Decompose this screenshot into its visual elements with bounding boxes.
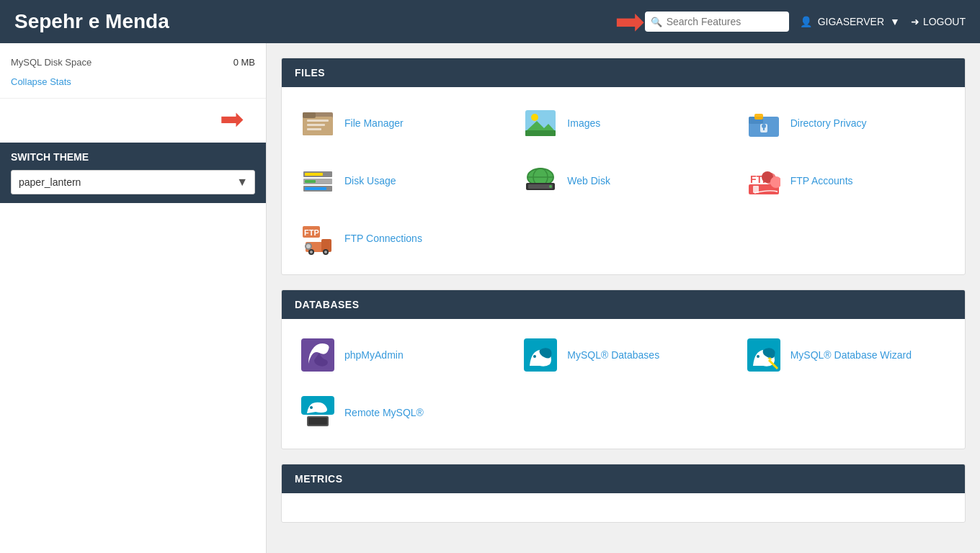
mysql-disk-value: 0 MB [233, 57, 255, 68]
images-item[interactable]: Images [515, 98, 731, 148]
directory-privacy-icon [746, 105, 782, 141]
disk-usage-label: Disk Usage [344, 175, 396, 186]
page-wrapper: MySQL Disk Space 0 MB Collapse Stats ➡ S… [0, 43, 980, 553]
svg-rect-14 [763, 127, 765, 130]
svg-rect-3 [307, 120, 329, 122]
svg-rect-20 [305, 180, 316, 183]
web-disk-label: Web Disk [567, 175, 610, 186]
svg-text:FTP: FTP [304, 228, 319, 237]
databases-header: DATABASES [282, 290, 965, 319]
sidebar: MySQL Disk Space 0 MB Collapse Stats ➡ S… [0, 43, 267, 553]
ftp-accounts-label: FTP Accounts [790, 175, 853, 186]
switch-theme-label: SWITCH THEME [11, 151, 255, 163]
databases-items: phpMyAdmin MySQL® Databases [282, 319, 965, 449]
svg-point-40 [310, 251, 313, 253]
username-label: GIGASERVER [818, 16, 884, 27]
sidebar-arrow-annotation: ➡ [0, 99, 266, 135]
search-icon: 🔍 [651, 17, 662, 27]
databases-section: DATABASES phpMyAdmin [281, 289, 966, 449]
phpmyadmin-icon [300, 337, 336, 373]
files-items: File Manager Images [282, 87, 965, 274]
logout-label: LOGOUT [923, 16, 966, 27]
file-manager-label: File Manager [344, 117, 404, 129]
collapse-stats-link[interactable]: Collapse Stats [11, 76, 255, 87]
theme-select-wrapper: paper_lantern x3 paper_lantern_dark ▼ [11, 170, 255, 194]
images-icon [522, 105, 558, 141]
files-section: FILES File Manager [281, 58, 966, 275]
directory-privacy-item[interactable]: Directory Privacy [739, 98, 954, 148]
sidebar-annotation-arrow: ➡ [220, 102, 244, 135]
mysql-wizard-item[interactable]: MySQL® Database Wizard [739, 330, 954, 380]
mysql-disk-row: MySQL Disk Space 0 MB [11, 54, 255, 71]
site-title: Sepehr e Menda [14, 10, 615, 33]
phpmyadmin-item[interactable]: phpMyAdmin [293, 330, 508, 380]
user-menu[interactable]: 👤 GIGASERVER ▼ [800, 16, 900, 27]
main-content: FILES File Manager [267, 43, 980, 553]
ftp-connections-label: FTP Connections [344, 233, 422, 244]
svg-point-55 [310, 406, 313, 409]
web-disk-item[interactable]: Web Disk [515, 156, 731, 206]
ftp-connections-icon: FTP [300, 220, 336, 256]
svg-rect-53 [308, 418, 327, 425]
svg-point-49 [757, 355, 760, 358]
header: Sepehr e Menda ➡ 🔍 👤 GIGASERVER ▼ ➜ LOGO… [0, 0, 980, 43]
switch-theme-box: SWITCH THEME paper_lantern x3 paper_lant… [0, 143, 266, 203]
svg-rect-5 [307, 128, 321, 130]
svg-rect-4 [307, 124, 325, 126]
svg-rect-21 [305, 187, 326, 190]
stats-box: MySQL Disk Space 0 MB Collapse Stats [0, 43, 266, 99]
logout-button[interactable]: ➜ LOGOUT [911, 16, 966, 27]
metrics-content [282, 493, 965, 522]
svg-rect-15 [754, 114, 763, 120]
svg-point-44 [306, 244, 311, 248]
theme-select[interactable]: paper_lantern x3 paper_lantern_dark [11, 170, 255, 194]
file-manager-icon [300, 105, 336, 141]
directory-privacy-label: Directory Privacy [790, 117, 867, 129]
metrics-section: METRICS [281, 464, 966, 523]
disk-usage-icon [300, 163, 336, 199]
user-dropdown-icon: ▼ [890, 16, 900, 27]
svg-rect-9 [525, 130, 556, 136]
phpmyadmin-label: phpMyAdmin [344, 349, 404, 361]
svg-rect-27 [528, 184, 553, 189]
svg-rect-2 [303, 112, 316, 118]
svg-point-28 [549, 185, 552, 188]
remote-mysql-item[interactable]: Remote MySQL® [293, 387, 508, 438]
files-header: FILES [282, 58, 965, 87]
remote-mysql-icon [300, 395, 336, 431]
svg-point-7 [531, 114, 538, 121]
mysql-databases-label: MySQL® Databases [567, 349, 659, 361]
logout-icon: ➜ [911, 16, 919, 27]
svg-rect-19 [305, 173, 323, 176]
remote-mysql-label: Remote MySQL® [344, 407, 424, 418]
mysql-databases-item[interactable]: MySQL® Databases [515, 330, 731, 380]
user-icon: 👤 [800, 16, 812, 27]
mysql-wizard-icon [746, 337, 782, 373]
disk-usage-item[interactable]: Disk Usage [293, 156, 508, 206]
web-disk-icon [522, 163, 558, 199]
ftp-accounts-icon: FTP [746, 163, 782, 199]
images-label: Images [567, 117, 600, 129]
search-input[interactable] [645, 12, 789, 32]
metrics-header: METRICS [282, 464, 965, 493]
svg-point-47 [533, 355, 536, 358]
mysql-wizard-label: MySQL® Database Wizard [790, 349, 912, 361]
mysql-databases-icon [522, 337, 558, 373]
header-annotation-arrow: ➡ [615, 4, 645, 40]
ftp-accounts-item[interactable]: FTP FTP Accounts [739, 156, 954, 206]
ftp-connections-item[interactable]: FTP FTP Connecti [293, 213, 508, 264]
search-wrapper: 🔍 [645, 12, 789, 32]
mysql-disk-label: MySQL Disk Space [11, 57, 92, 68]
svg-point-42 [324, 251, 327, 253]
file-manager-item[interactable]: File Manager [293, 98, 508, 148]
